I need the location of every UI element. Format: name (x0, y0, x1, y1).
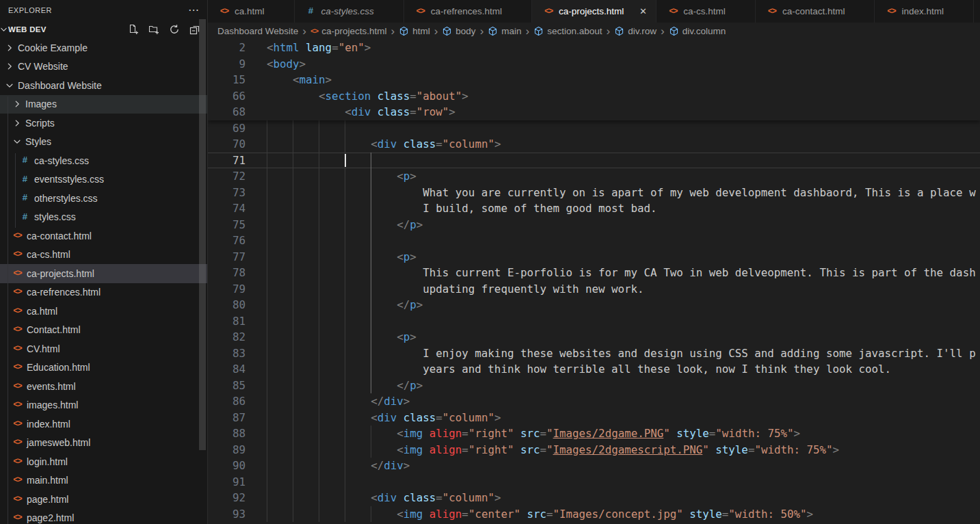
breadcrumb-label: div.row (628, 26, 657, 36)
code-line-71[interactable]: 71 (208, 153, 980, 169)
code-text: This current E-porfolio is for my CA Two… (267, 265, 976, 281)
tab-ca-html[interactable]: <>ca.html (208, 0, 295, 23)
line-number: 73 (208, 185, 246, 201)
tree-item-scripts[interactable]: Scripts (0, 114, 207, 133)
code-line-74[interactable]: 74 I build, some of them good most bad. (208, 200, 980, 217)
line-number: 71 (208, 153, 246, 169)
line-number: 91 (208, 474, 246, 490)
breadcrumb-separator-icon: › (434, 28, 438, 35)
code-line-85[interactable]: 85 </p> (208, 378, 980, 394)
code-line-90[interactable]: 90 </div> (208, 458, 980, 474)
code-line-80[interactable]: 80 </p> (208, 297, 980, 313)
code-line-84[interactable]: 84 years and think how terrible all thes… (208, 361, 980, 378)
tab-ca-projects-html[interactable]: <>ca-projects.html✕ (532, 0, 657, 23)
editor-group: <>ca.html#ca-styles.css<>ca-refrences.ht… (208, 0, 980, 524)
tree-item-page2-html[interactable]: <>page2.html (0, 509, 207, 524)
tree-item-images-html[interactable]: <>images.html (0, 396, 207, 415)
indent-guide (293, 120, 293, 137)
tree-item-cookie-example[interactable]: Cookie Example (0, 38, 207, 57)
new-folder-icon[interactable] (148, 24, 159, 35)
indent-guide (319, 233, 319, 249)
code-line-81[interactable]: 81 (208, 313, 980, 330)
tree-item-index-html[interactable]: <>index.html (0, 415, 207, 434)
code-line-15[interactable]: 15 <main> (208, 72, 980, 88)
code-line-72[interactable]: 72 <p> (208, 168, 980, 185)
code-line-2[interactable]: 2<html lang="en"> (208, 40, 980, 56)
code-line-82[interactable]: 82 <p> (208, 329, 980, 345)
tab-ca-styles-css[interactable]: #ca-styles.css (295, 0, 404, 23)
tree-item-styles[interactable]: Styles (0, 133, 207, 152)
code-line-92[interactable]: 92 <div class="column"> (208, 490, 980, 506)
code-line-79[interactable]: 79 updating frequently with new work. (208, 281, 980, 298)
code-line-86[interactable]: 86 </div> (208, 393, 980, 410)
line-number: 89 (208, 442, 246, 458)
code-line-88[interactable]: 88 <img align="right" src="Images/2dgame… (208, 425, 980, 442)
tree-item-education-html[interactable]: <>Education.html (0, 358, 207, 378)
tree-item-eventsstyles-css[interactable]: #eventsstyles.css (0, 170, 207, 189)
tree-item-ca-projects-html[interactable]: <>ca-projects.html (0, 264, 207, 283)
breadcrumb-item-main[interactable]: main (488, 26, 521, 36)
code-editor[interactable]: 2<html lang="en">9<body>15 <main>66 <sec… (208, 40, 980, 524)
tab-ca-refrences-html[interactable]: <>ca-refrences.html (404, 0, 532, 23)
tree-item-ca-cs-html[interactable]: <>ca-cs.html (0, 246, 207, 265)
code-line-93[interactable]: 93 <img align="center" src="Images/conce… (208, 506, 980, 523)
breadcrumb-item-ca-projects-html[interactable]: <>ca-projects.html (310, 26, 386, 36)
code-line-66[interactable]: 66 <section class="about"> (208, 88, 980, 105)
tab-index-html[interactable]: <>index.html (875, 0, 974, 23)
code-line-75[interactable]: 75 </p> (208, 217, 980, 233)
tree-item-ca-html[interactable]: <>ca.html (0, 302, 207, 321)
tree-item-otherstyles-css[interactable]: #otherstyles.css (0, 189, 207, 208)
tab-ca-contact-html[interactable]: <>ca-contact.html (756, 0, 875, 23)
tree-item-ca-contact-html[interactable]: <>ca-contact.html (0, 226, 207, 246)
breadcrumb-item-section-about[interactable]: section.about (533, 26, 602, 36)
code-line-78[interactable]: 78 This current E-porfolio is for my CA … (208, 265, 980, 281)
breadcrumb-item-dashboard-website[interactable]: Dashboard Website (217, 26, 298, 36)
refresh-icon[interactable] (169, 24, 180, 35)
breadcrumb-item-body[interactable]: body (442, 26, 475, 36)
html-file-icon: <> (12, 382, 23, 391)
breadcrumb-item-div-column[interactable]: div.column (669, 26, 726, 36)
html-file-icon: <> (12, 457, 23, 467)
tree-item-ca-styles-css[interactable]: #ca-styles.css (0, 151, 207, 170)
code-line-87[interactable]: 87 <div class="column"> (208, 410, 980, 426)
tree-item-login-html[interactable]: <>login.html (0, 452, 207, 471)
tree-item-cv-website[interactable]: CV Website (0, 57, 207, 77)
code-line-70[interactable]: 70 <div class="column"> (208, 136, 980, 153)
tree-item-label: page2.html (27, 512, 74, 523)
tree-item-page-html[interactable]: <>page.html (0, 490, 207, 509)
section-header-web-dev[interactable]: WEB DEV (0, 20, 207, 38)
code-line-77[interactable]: 77 <p> (208, 249, 980, 265)
sidebar-scrollbar[interactable] (199, 19, 206, 450)
tab-ca-cs-html[interactable]: <>ca-cs.html (657, 0, 756, 23)
code-line-68[interactable]: 68 <div class="row"> (208, 104, 980, 120)
code-line-69[interactable]: 69 (208, 120, 980, 137)
code-text: </p> (267, 378, 423, 394)
tree-item-cv-html[interactable]: <>CV.html (0, 339, 207, 358)
line-number: 76 (208, 233, 246, 249)
breadcrumb-item-div-row[interactable]: div.row (614, 26, 657, 36)
code-line-89[interactable]: 89 <img align="right" src="Images/2dgame… (208, 442, 980, 458)
tree-item-ca-refrences-html[interactable]: <>ca-refrences.html (0, 283, 207, 302)
close-icon[interactable]: ✕ (635, 4, 650, 19)
breadcrumb-item-html[interactable]: html (399, 26, 430, 36)
tree-item-jamesweb-html[interactable]: <>jamesweb.html (0, 434, 207, 453)
code-line-91[interactable]: 91 (208, 474, 980, 490)
new-file-icon[interactable] (128, 24, 139, 35)
tree-item-events-html[interactable]: <>events.html (0, 377, 207, 396)
tree-item-dashboard-website[interactable]: Dashboard Website (0, 76, 207, 95)
tree-item-styles-css[interactable]: #styles.css (0, 208, 207, 227)
tree-item-contact-html[interactable]: <>Contact.html (0, 321, 207, 340)
code-text: <div class="column"> (267, 136, 501, 153)
more-actions-icon[interactable]: ⋯ (188, 7, 199, 14)
tree-item-label: index.html (27, 419, 70, 430)
code-line-76[interactable]: 76 (208, 233, 980, 249)
code-line-73[interactable]: 73 What you are currently on is apart of… (208, 185, 980, 201)
chevron-down-icon (12, 136, 23, 147)
code-line-83[interactable]: 83 I enjoy making these websites and des… (208, 345, 980, 362)
indent-guide (293, 233, 293, 249)
tree-item-label: CV.html (27, 343, 60, 354)
tree-item-images[interactable]: Images (0, 95, 207, 114)
code-line-9[interactable]: 9<body> (208, 56, 980, 73)
code-text: </div> (267, 393, 410, 410)
tree-item-main-html[interactable]: <>main.html (0, 471, 207, 490)
